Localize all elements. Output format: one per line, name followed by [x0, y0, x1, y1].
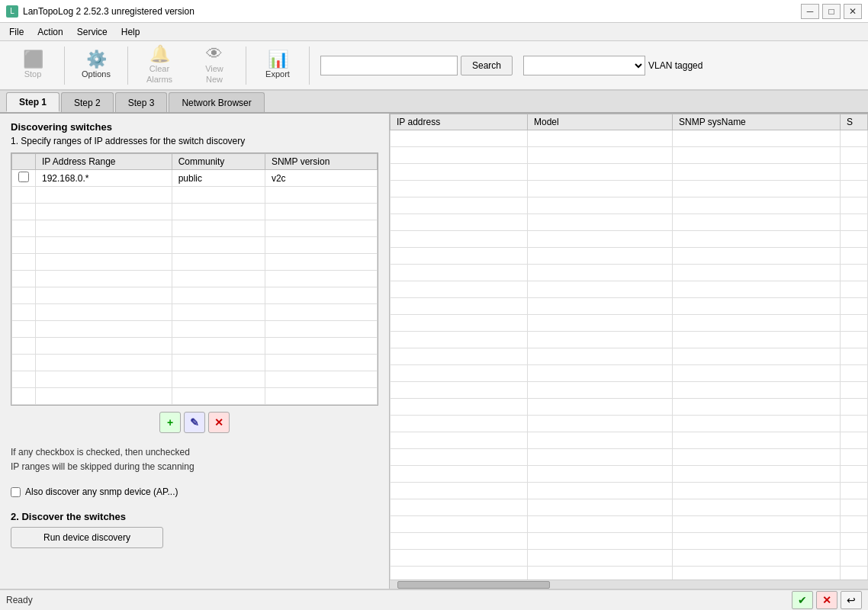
- snmp-version-cell: v2c: [265, 170, 377, 187]
- info-line2: IP ranges will be skipped during the sca…: [11, 460, 378, 474]
- info-line1: If any checkbox is checked, then uncheck…: [11, 445, 378, 460]
- tab-step2[interactable]: Step 2: [61, 92, 114, 112]
- empty-row: [391, 281, 868, 298]
- col-s: S: [841, 114, 868, 130]
- menu-action[interactable]: Action: [31, 25, 69, 39]
- run-discovery-button[interactable]: Run device discovery: [11, 527, 163, 548]
- export-button[interactable]: 📊 Export: [251, 43, 304, 88]
- left-panel: Discovering switches 1. Specify ranges o…: [0, 114, 389, 589]
- right-table-container: IP address Model SNMP sysName S: [390, 114, 868, 580]
- export-icon: 📊: [268, 51, 288, 68]
- status-actions: ✔ ✕ ↩: [792, 591, 862, 609]
- app-icon: L: [6, 5, 18, 18]
- toolbar-separator-2: [127, 47, 128, 85]
- empty-row: [391, 348, 868, 365]
- clear-alarms-icon: 🔔: [149, 46, 170, 63]
- empty-row: [391, 533, 868, 550]
- empty-row: [391, 365, 868, 382]
- empty-row: [391, 567, 868, 580]
- scrollbar-thumb[interactable]: [397, 581, 550, 589]
- ip-range-cell: 192.168.0.*: [36, 170, 172, 187]
- view-new-icon: 👁: [206, 46, 223, 63]
- app-title: LanTopoLog 2 2.52.3 unregistered version: [23, 6, 194, 17]
- empty-row: [391, 181, 868, 197]
- empty-row: [391, 550, 868, 567]
- search-button[interactable]: Search: [461, 56, 513, 75]
- empty-row: [391, 265, 868, 281]
- cancel-button-status[interactable]: ✕: [816, 591, 837, 609]
- main-content: Discovering switches 1. Specify ranges o…: [0, 114, 868, 589]
- empty-row: [391, 332, 868, 348]
- options-icon: ⚙️: [86, 51, 107, 68]
- ip-table-container: IP Address Range Community SNMP version …: [11, 152, 378, 406]
- vlan-select[interactable]: [523, 56, 645, 75]
- col-snmp-sysname: SNMP sysName: [673, 114, 841, 130]
- snmp-discover-checkbox[interactable]: [11, 487, 21, 497]
- toolbar-separator-1: [64, 47, 65, 85]
- col-snmp-version: SNMP version: [265, 154, 377, 170]
- empty-row: [12, 338, 378, 355]
- toolbar-separator-4: [309, 47, 310, 85]
- menu-bar: File Action Service Help: [0, 23, 868, 41]
- tabs-bar: Step 1 Step 2 Step 3 Network Browser: [0, 91, 868, 114]
- table-row: 192.168.0.* public v2c: [12, 170, 378, 187]
- tab-step3[interactable]: Step 3: [115, 92, 168, 112]
- empty-row: [391, 516, 868, 533]
- row-checkbox[interactable]: [18, 172, 29, 182]
- empty-row: [12, 187, 378, 204]
- delete-row-button[interactable]: ✕: [208, 412, 230, 433]
- empty-row: [391, 231, 868, 248]
- empty-row: [12, 254, 378, 271]
- view-new-button[interactable]: 👁 ViewNew: [188, 43, 241, 88]
- options-button[interactable]: ⚙️ Options: [69, 43, 123, 88]
- status-text: Ready: [6, 595, 792, 605]
- status-bar: Ready ✔ ✕ ↩: [0, 589, 868, 610]
- close-button[interactable]: ✕: [844, 4, 862, 19]
- ok-button[interactable]: ✔: [792, 591, 813, 609]
- col-model: Model: [528, 114, 673, 130]
- menu-file[interactable]: File: [3, 25, 30, 39]
- back-button[interactable]: ↩: [841, 591, 862, 609]
- tab-network-browser[interactable]: Network Browser: [169, 92, 264, 112]
- empty-row: [391, 483, 868, 499]
- empty-row: [391, 399, 868, 416]
- info-text: If any checkbox is checked, then uncheck…: [11, 445, 378, 474]
- community-cell: public: [172, 170, 265, 187]
- empty-row: [391, 499, 868, 516]
- horizontal-scrollbar[interactable]: [390, 580, 868, 589]
- col-ip-range: IP Address Range: [36, 154, 172, 170]
- empty-row: [391, 466, 868, 483]
- empty-row: [12, 204, 378, 220]
- empty-row: [391, 298, 868, 315]
- empty-row: [391, 248, 868, 265]
- minimize-button[interactable]: ─: [801, 4, 819, 19]
- empty-row: [391, 449, 868, 466]
- empty-row: [391, 197, 868, 214]
- maximize-button[interactable]: □: [822, 4, 841, 19]
- menu-help[interactable]: Help: [115, 25, 146, 39]
- col-ip-address: IP address: [391, 114, 528, 130]
- stop-button[interactable]: ⬛ Stop: [6, 43, 59, 88]
- edit-row-button[interactable]: ✎: [184, 412, 205, 433]
- stop-icon: ⬛: [23, 51, 43, 68]
- tab-step1[interactable]: Step 1: [6, 92, 59, 112]
- step1-desc: 1. Specify ranges of IP addresses for th…: [11, 136, 378, 146]
- table-actions: + ✎ ✕: [11, 412, 378, 433]
- title-bar: L LanTopoLog 2 2.52.3 unregistered versi…: [0, 0, 868, 23]
- results-table: IP address Model SNMP sysName S: [390, 114, 868, 580]
- col-community: Community: [172, 154, 265, 170]
- toolbar-separator-3: [246, 47, 246, 85]
- empty-row: [12, 355, 378, 371]
- empty-row: [12, 287, 378, 304]
- step2-label: 2. Discover the switches: [11, 511, 378, 522]
- dropdown-area: VLAN tagged: [523, 56, 702, 75]
- empty-row: [391, 164, 868, 181]
- empty-row: [391, 130, 868, 147]
- clear-alarms-button[interactable]: 🔔 ClearAlarms: [133, 43, 186, 88]
- snmp-checkbox-row: Also discover any snmp device (AP...): [11, 486, 378, 497]
- empty-row: [391, 382, 868, 399]
- empty-row: [391, 432, 868, 449]
- menu-service[interactable]: Service: [71, 25, 114, 39]
- add-row-button[interactable]: +: [159, 412, 181, 433]
- search-input[interactable]: [320, 56, 458, 75]
